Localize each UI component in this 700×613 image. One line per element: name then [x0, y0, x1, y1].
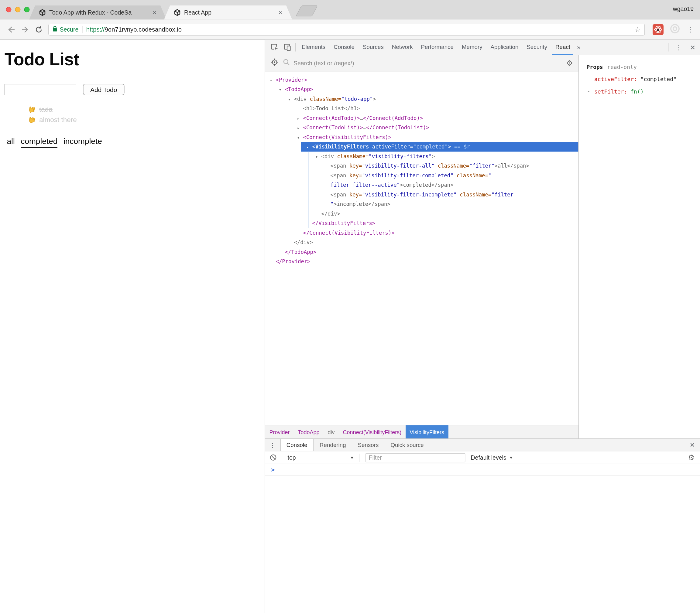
expander-down-icon[interactable]: ▾ [297, 133, 303, 143]
todo-item[interactable]: tada [28, 104, 265, 115]
filter-all[interactable]: all [7, 136, 15, 146]
devtools-tab-elements[interactable]: Elements [298, 40, 329, 55]
back-button[interactable] [4, 26, 18, 33]
expander-down-icon[interactable]: ▾ [270, 76, 276, 85]
prop-row-activeFilter[interactable]: activeFilter: "completed" [587, 76, 700, 82]
drawer-tab-quick-source[interactable]: Quick source [385, 439, 430, 451]
react-search-input[interactable] [293, 60, 566, 67]
code-segment: … [360, 115, 363, 121]
expander-right-icon[interactable]: ▸ [297, 114, 303, 123]
devtools-close-icon[interactable]: ✕ [685, 40, 700, 55]
tree-row[interactable]: ▾<Connect(VisibilityFilters)> [265, 133, 578, 142]
bookmark-star-icon[interactable]: ☆ [635, 25, 641, 34]
disabled-extension-icon[interactable] [670, 23, 680, 35]
tree-row[interactable]: ▾<TodoApp> [265, 85, 578, 94]
tree-row[interactable]: ">incomplete</span> [265, 199, 578, 209]
device-toolbar-icon[interactable] [281, 40, 293, 55]
clear-console-icon[interactable] [265, 454, 281, 461]
console-settings-gear-icon[interactable]: ⚙ [688, 453, 695, 462]
devtools-tab-sources[interactable]: Sources [359, 40, 387, 55]
devtools-tab-console[interactable]: Console [331, 40, 358, 55]
expander-down-icon[interactable]: ▾ [315, 152, 321, 162]
more-tabs-chevron[interactable]: » [574, 40, 583, 55]
filter-incomplete[interactable]: incomplete [64, 136, 102, 146]
drawer-tab-console[interactable]: Console [280, 439, 314, 451]
browser-menu-icon[interactable]: ⋮ [687, 25, 694, 34]
tab-close-icon[interactable]: × [279, 10, 282, 16]
tree-row[interactable]: ▾<div className="visibility-filters"> [265, 152, 578, 161]
secure-lock-icon[interactable] [53, 25, 58, 34]
console-filter-input[interactable] [366, 453, 466, 462]
code-segment: </div> [294, 239, 313, 246]
codesandbox-icon [39, 9, 46, 16]
expander-right-icon[interactable]: ▸ [588, 89, 590, 93]
console-prompt-row[interactable]: > [265, 464, 700, 476]
react-devtools-extension-icon[interactable] [653, 24, 663, 35]
new-tab-button[interactable] [296, 5, 318, 16]
expander-down-icon[interactable]: ▾ [306, 143, 312, 153]
drawer-tab-sensors[interactable]: Sensors [352, 439, 385, 451]
drawer-close-icon[interactable]: ✕ [685, 439, 700, 451]
todo-item[interactable]: almost there [28, 115, 265, 125]
breadcrumb-item-div[interactable]: div [323, 425, 339, 439]
minimize-window-button[interactable] [15, 7, 21, 12]
tree-row-selected[interactable]: ▾<VisibilityFilters activeFilter="comple… [265, 142, 578, 152]
devtools-tab-application[interactable]: Application [487, 40, 522, 55]
tree-row[interactable]: <span key="visibility-filter-all" classN… [265, 161, 578, 171]
props-pane: Propsread-only activeFilter: "completed"… [578, 55, 700, 439]
filter-completed[interactable]: completed [21, 136, 58, 148]
expander-right-icon[interactable]: ▸ [297, 123, 303, 133]
breadcrumb-item-connect(visibilityfilters)[interactable]: Connect(VisibilityFilters) [339, 425, 406, 439]
inspect-element-icon[interactable] [268, 40, 281, 55]
prop-row-setFilter[interactable]: ▸setFilter: fn() [587, 88, 700, 95]
devtools-menu-icon[interactable]: ⋮ [671, 40, 685, 55]
page-title: Todo List [4, 50, 265, 69]
tree-row[interactable]: </TodoApp> [265, 247, 578, 257]
new-todo-input[interactable] [4, 84, 76, 95]
tree-row[interactable]: ▸<Connect(TodoList)>…</Connect(TodoList)… [265, 123, 578, 133]
breadcrumb-item-todoapp[interactable]: TodoApp [294, 425, 323, 439]
tree-row[interactable]: ▸<Connect(AddTodo)>…</Connect(AddTodo)> [265, 114, 578, 123]
devtools-tab-network[interactable]: Network [389, 40, 416, 55]
breadcrumb-item-provider[interactable]: Provider [265, 425, 294, 439]
reload-button[interactable] [32, 25, 46, 34]
drawer-tab-rendering[interactable]: Rendering [314, 439, 352, 451]
tree-row[interactable]: ▾<Provider> [265, 75, 578, 85]
expander-down-icon[interactable]: ▾ [279, 85, 285, 95]
code-segment: <div [321, 153, 337, 159]
address-bar[interactable]: Secure https:// 9on71rvnyo.codesandbox.i… [48, 23, 645, 35]
react-settings-gear-icon[interactable]: ⚙ [566, 59, 573, 68]
tree-row[interactable]: <span key="visibility-filter-completed" … [265, 171, 578, 181]
console-context-selector[interactable]: top▼ [281, 454, 360, 461]
devtools-tab-react[interactable]: React [552, 40, 574, 55]
tree-row[interactable]: </div> [265, 238, 578, 247]
breadcrumb-item-visibilityfilters[interactable]: VisibilityFilters [406, 425, 448, 439]
tree-row[interactable]: <h1>Todo List</h1> [265, 104, 578, 114]
url-separator [82, 26, 82, 33]
tree-row[interactable]: ▾<div className="todo-app"> [265, 94, 578, 104]
browser-tab-react-app[interactable]: React App × [164, 5, 292, 20]
zoom-window-button[interactable] [24, 7, 30, 12]
tab-close-icon[interactable]: × [153, 10, 156, 16]
code-segment: "filter [491, 191, 513, 198]
tree-row[interactable]: </VisibilityFilters> [265, 219, 578, 228]
devtools-tab-security[interactable]: Security [523, 40, 550, 55]
devtools-tab-performance[interactable]: Performance [418, 40, 457, 55]
drawer-menu-icon[interactable]: ⋮ [265, 439, 280, 451]
tree-row[interactable]: filter filter--active">completed</span> [265, 180, 578, 190]
devtools-tab-memory[interactable]: Memory [458, 40, 485, 55]
security-label[interactable]: Secure [60, 26, 79, 33]
add-todo-button[interactable]: Add Todo [83, 84, 124, 95]
tree-row[interactable]: </Provider> [265, 257, 578, 266]
tree-row[interactable]: <span key="visibility-filter-incomplete"… [265, 190, 578, 200]
console-levels-dropdown[interactable]: Default levels▼ [471, 454, 513, 461]
tree-row[interactable]: </div> [265, 209, 578, 219]
close-window-button[interactable] [6, 7, 12, 12]
select-react-element-icon[interactable] [271, 58, 279, 68]
browser-tab-todo-app[interactable]: Todo App with Redux - CodeSa × [29, 5, 166, 20]
expander-down-icon[interactable]: ▾ [288, 95, 294, 104]
tree-row[interactable]: </Connect(VisibilityFilters)> [265, 228, 578, 238]
code-segment: "visibility-filters" [369, 153, 432, 159]
console-output[interactable]: > [265, 464, 700, 613]
forward-button[interactable] [18, 26, 32, 33]
